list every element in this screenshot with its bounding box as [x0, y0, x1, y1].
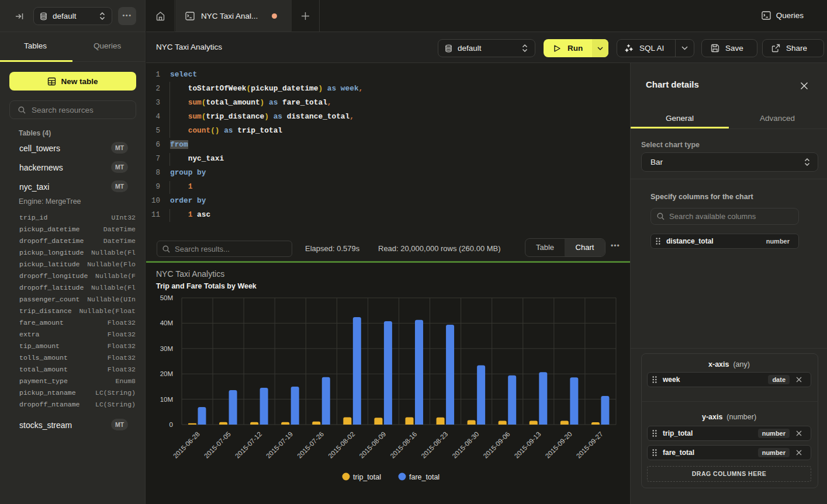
svg-text:2015-07-26: 2015-07-26 [296, 430, 325, 460]
svg-text:2015-07-05: 2015-07-05 [203, 430, 232, 460]
svg-text:2015-09-13: 2015-09-13 [513, 430, 542, 460]
svg-text:20M: 20M [160, 370, 173, 377]
svg-text:2015-09-20: 2015-09-20 [544, 430, 573, 460]
svg-text:2015-09-27: 2015-09-27 [575, 430, 604, 460]
svg-text:Trip and Fare Totals by Week: Trip and Fare Totals by Week [156, 282, 257, 290]
svg-text:2015-08-02: 2015-08-02 [327, 430, 356, 460]
svg-text:10M: 10M [160, 396, 173, 403]
svg-text:2015-08-23: 2015-08-23 [420, 430, 449, 460]
svg-text:2015-07-12: 2015-07-12 [234, 430, 263, 460]
svg-text:fare_total: fare_total [409, 473, 440, 481]
svg-text:2015-09-06: 2015-09-06 [482, 430, 511, 460]
svg-text:2015-07-19: 2015-07-19 [265, 430, 294, 460]
svg-text:0: 0 [169, 421, 173, 428]
svg-text:40M: 40M [160, 319, 173, 326]
svg-text:trip_total: trip_total [353, 473, 381, 481]
svg-text:30M: 30M [160, 345, 173, 352]
svg-text:2015-08-16: 2015-08-16 [389, 430, 418, 460]
svg-text:NYC Taxi Analytics: NYC Taxi Analytics [156, 269, 224, 279]
svg-text:50M: 50M [160, 294, 173, 301]
svg-text:2015-08-09: 2015-08-09 [358, 430, 387, 460]
svg-text:2015-08-30: 2015-08-30 [451, 430, 480, 460]
svg-text:2015-06-28: 2015-06-28 [172, 430, 201, 460]
